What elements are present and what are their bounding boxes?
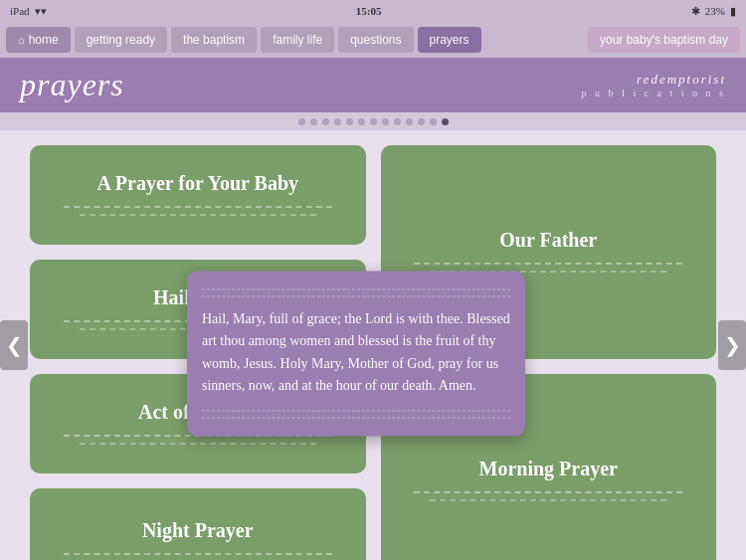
- dot-3: [322, 118, 329, 125]
- deco-line-11: [430, 499, 666, 501]
- dot-11: [418, 118, 425, 125]
- tab-getting-ready[interactable]: getting ready: [75, 27, 167, 53]
- bluetooth-icon: ✱: [691, 5, 700, 18]
- nav-arrow-right[interactable]: ❯: [718, 320, 746, 370]
- deco-line-6: [80, 443, 316, 445]
- tab-baptism-day-label: your baby's baptism day: [600, 33, 728, 47]
- dot-12: [430, 118, 437, 125]
- battery-icon: ▮: [730, 5, 736, 18]
- card-night-prayer-title: Night Prayer: [142, 519, 254, 542]
- arrow-right-icon: ❯: [724, 333, 741, 357]
- dot-8: [382, 118, 389, 125]
- dot-2: [310, 118, 317, 125]
- popup-prayer-text: Hail, Mary, full of grace; the Lord is w…: [202, 302, 510, 404]
- battery-label: 23%: [705, 5, 725, 17]
- tab-getting-ready-label: getting ready: [87, 33, 155, 47]
- logo-sub: p u b l i c a t i o n s: [582, 88, 726, 98]
- tab-home[interactable]: ⌂ home: [6, 27, 71, 53]
- popup-deco-top-1: [202, 288, 510, 289]
- page-title: prayers: [20, 67, 124, 103]
- arrow-left-icon: ❮: [6, 333, 23, 357]
- nav-arrow-left[interactable]: ❮: [0, 320, 28, 370]
- deco-line-2: [80, 214, 316, 216]
- dot-5: [346, 118, 353, 125]
- tab-baptism-day[interactable]: your baby's baptism day: [588, 27, 740, 53]
- deco-line-10: [414, 491, 682, 493]
- deco-line-7: [64, 553, 332, 555]
- dot-13: [442, 118, 449, 125]
- tab-the-baptism-label: the baptism: [183, 33, 245, 47]
- tab-questions-label: questions: [350, 33, 401, 47]
- tab-questions[interactable]: questions: [338, 27, 413, 53]
- popup-deco-bottom-2: [202, 417, 510, 418]
- logo-name: redemptorist: [637, 72, 726, 88]
- dot-9: [394, 118, 401, 125]
- home-icon: ⌂: [18, 34, 25, 46]
- device-label: iPad: [10, 5, 30, 17]
- card-our-father-title: Our Father: [499, 229, 597, 252]
- main-content: A Prayer for Your Baby Hail Mary Act of …: [0, 130, 746, 560]
- deco-line-1: [64, 206, 332, 208]
- popup-deco-bottom-1: [202, 410, 510, 411]
- deco-line-8: [414, 263, 682, 265]
- status-time: 15:05: [356, 5, 382, 17]
- wifi-icon: ▾▾: [35, 5, 47, 18]
- tab-home-label: home: [29, 33, 59, 47]
- tab-prayers-label: prayers: [430, 33, 469, 47]
- tab-family-life-label: family life: [273, 33, 322, 47]
- card-morning-prayer-title: Morning Prayer: [479, 458, 618, 480]
- card-night-prayer[interactable]: Night Prayer: [30, 488, 366, 560]
- dot-7: [370, 118, 377, 125]
- dot-6: [358, 118, 365, 125]
- popup-deco-top-2: [202, 295, 510, 296]
- status-bar: iPad ▾▾ 15:05 ✱ 23% ▮: [0, 0, 746, 22]
- tab-the-baptism[interactable]: the baptism: [171, 27, 257, 53]
- dot-10: [406, 118, 413, 125]
- logo-area: redemptorist p u b l i c a t i o n s: [582, 72, 726, 98]
- tab-family-life[interactable]: family life: [261, 27, 334, 53]
- nav-bar: ⌂ home getting ready the baptism family …: [0, 22, 746, 58]
- popup-card-hail-mary[interactable]: Hail, Mary, full of grace; the Lord is w…: [187, 271, 525, 436]
- tab-prayers[interactable]: prayers: [418, 27, 481, 53]
- status-right: ✱ 23% ▮: [691, 5, 736, 18]
- dot-1: [298, 118, 305, 125]
- status-left: iPad ▾▾: [10, 5, 47, 18]
- header: prayers redemptorist p u b l i c a t i o…: [0, 58, 746, 112]
- page-indicator: [0, 112, 746, 130]
- card-prayer-baby-title: A Prayer for Your Baby: [96, 172, 298, 195]
- card-prayer-baby[interactable]: A Prayer for Your Baby: [30, 145, 366, 245]
- dot-4: [334, 118, 341, 125]
